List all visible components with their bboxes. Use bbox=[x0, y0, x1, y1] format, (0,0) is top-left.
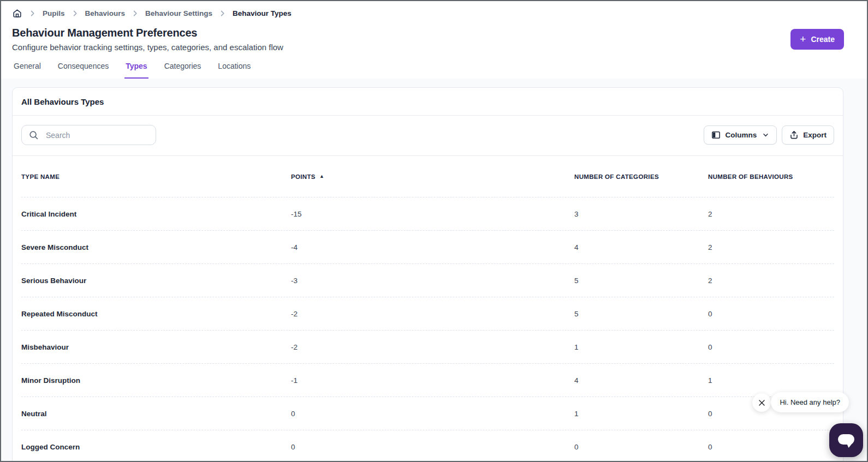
cell-number-of-behaviours: 2 bbox=[708, 277, 834, 285]
search-icon bbox=[28, 130, 39, 141]
column-header-type-name[interactable]: TYPE NAME bbox=[21, 173, 291, 180]
cell-number-of-behaviours: 0 bbox=[708, 310, 834, 318]
create-button-label: Create bbox=[811, 35, 835, 44]
cell-number-of-behaviours: 1 bbox=[708, 376, 834, 385]
tabs: General Consequences Types Categories Lo… bbox=[12, 62, 844, 79]
chevron-down-icon bbox=[762, 131, 769, 139]
table-row[interactable]: Repeated Misconduct-250 bbox=[21, 297, 834, 330]
cell-points: 0 bbox=[291, 410, 574, 418]
create-button[interactable]: + Create bbox=[790, 29, 844, 50]
search-box[interactable] bbox=[21, 125, 156, 145]
table-body: Critical Incident-1532Severe Misconduct-… bbox=[21, 197, 834, 462]
tab-types[interactable]: Types bbox=[124, 62, 148, 79]
breadcrumb: Pupils Behaviours Behaviour Settings Beh… bbox=[12, 6, 844, 20]
table-row[interactable]: Serious Behaviour-352 bbox=[21, 263, 834, 297]
plus-icon: + bbox=[800, 34, 806, 44]
breadcrumb-link-behaviour-settings[interactable]: Behaviour Settings bbox=[145, 9, 212, 17]
export-button-label: Export bbox=[803, 131, 827, 139]
card-title: All Behaviours Types bbox=[21, 97, 104, 106]
cell-number-of-categories: 4 bbox=[574, 376, 708, 385]
cell-number-of-categories: 5 bbox=[574, 277, 708, 285]
tab-consequences[interactable]: Consequences bbox=[57, 62, 110, 79]
cell-points: 0 bbox=[291, 443, 574, 451]
cell-points: -2 bbox=[291, 343, 574, 351]
table-header-row: TYPE NAME POINTS ▲ NUMBER OF CATEGORIES … bbox=[21, 156, 834, 197]
table-row[interactable]: Critical Incident-1532 bbox=[21, 197, 834, 230]
table-row[interactable]: Neutral010 bbox=[21, 397, 834, 430]
breadcrumb-link-behaviours[interactable]: Behaviours bbox=[85, 9, 126, 17]
columns-button[interactable]: Columns bbox=[704, 125, 777, 145]
columns-button-label: Columns bbox=[725, 131, 757, 139]
cell-number-of-categories: 5 bbox=[574, 310, 708, 318]
cell-points: -1 bbox=[291, 376, 574, 385]
cell-type-name: Serious Behaviour bbox=[21, 277, 291, 285]
cell-number-of-categories: 3 bbox=[574, 210, 708, 218]
tab-categories[interactable]: Categories bbox=[163, 62, 203, 79]
cell-number-of-categories: 4 bbox=[574, 243, 708, 251]
cell-number-of-behaviours: 0 bbox=[708, 443, 834, 451]
breadcrumb-link-pupils[interactable]: Pupils bbox=[43, 9, 65, 17]
page-subtitle: Configure behavior tracking settings, ty… bbox=[12, 43, 283, 52]
table-row[interactable]: Severe Misconduct-442 bbox=[21, 230, 834, 263]
cell-type-name: Neutral bbox=[21, 410, 291, 418]
column-header-number-of-behaviours[interactable]: NUMBER OF BEHAVIOURS bbox=[708, 173, 834, 180]
search-input[interactable] bbox=[46, 131, 149, 140]
tab-general[interactable]: General bbox=[13, 62, 42, 79]
behaviour-types-table: TYPE NAME POINTS ▲ NUMBER OF CATEGORIES … bbox=[13, 156, 843, 462]
cell-type-name: Logged Concern bbox=[21, 443, 291, 451]
cell-number-of-categories: 0 bbox=[574, 443, 708, 451]
sort-ascending-icon: ▲ bbox=[319, 174, 324, 179]
cell-number-of-behaviours: 2 bbox=[708, 210, 834, 218]
columns-icon bbox=[711, 130, 721, 140]
cell-number-of-behaviours: 2 bbox=[708, 243, 834, 251]
chat-message-text: Hi. Need any help? bbox=[780, 398, 840, 406]
cell-number-of-categories: 1 bbox=[574, 343, 708, 351]
cell-type-name: Severe Misconduct bbox=[21, 243, 291, 251]
chat-close-button[interactable] bbox=[752, 393, 771, 412]
behaviour-types-card: All Behaviours Types Columns bbox=[12, 87, 843, 462]
breadcrumb-current: Behaviour Types bbox=[233, 9, 292, 17]
cell-type-name: Misbehaviour bbox=[21, 343, 291, 351]
cell-number-of-behaviours: 0 bbox=[708, 343, 834, 351]
cell-points: -4 bbox=[291, 243, 574, 251]
cell-type-name: Minor Disruption bbox=[21, 376, 291, 385]
cell-points: -3 bbox=[291, 277, 574, 285]
page-title: Behaviour Management Preferences bbox=[12, 27, 283, 39]
table-row[interactable]: Logged Concern000 bbox=[21, 430, 834, 462]
cell-type-name: Repeated Misconduct bbox=[21, 310, 291, 318]
page-header: Pupils Behaviours Behaviour Settings Beh… bbox=[1, 1, 867, 79]
close-icon bbox=[758, 399, 766, 407]
home-icon[interactable] bbox=[12, 8, 22, 19]
export-icon bbox=[789, 130, 799, 140]
cell-points: -2 bbox=[291, 310, 574, 318]
cell-points: -15 bbox=[291, 210, 574, 218]
tab-locations[interactable]: Locations bbox=[217, 62, 252, 79]
cell-number-of-categories: 1 bbox=[574, 410, 708, 418]
table-row[interactable]: Minor Disruption-141 bbox=[21, 363, 834, 397]
cell-type-name: Critical Incident bbox=[21, 210, 291, 218]
column-header-number-of-categories[interactable]: NUMBER OF CATEGORIES bbox=[574, 173, 708, 180]
chat-launcher-button[interactable] bbox=[829, 423, 863, 457]
chevron-right-icon bbox=[28, 9, 37, 17]
column-header-points[interactable]: POINTS ▲ bbox=[291, 173, 574, 180]
chevron-right-icon bbox=[131, 9, 139, 17]
content-area: All Behaviours Types Columns bbox=[1, 79, 867, 460]
chevron-right-icon bbox=[218, 9, 227, 17]
chat-message-bubble[interactable]: Hi. Need any help? bbox=[771, 392, 849, 412]
table-row[interactable]: Misbehaviour-210 bbox=[21, 330, 834, 363]
chevron-right-icon bbox=[71, 9, 79, 17]
chat-icon bbox=[835, 429, 857, 451]
export-button[interactable]: Export bbox=[782, 125, 834, 145]
